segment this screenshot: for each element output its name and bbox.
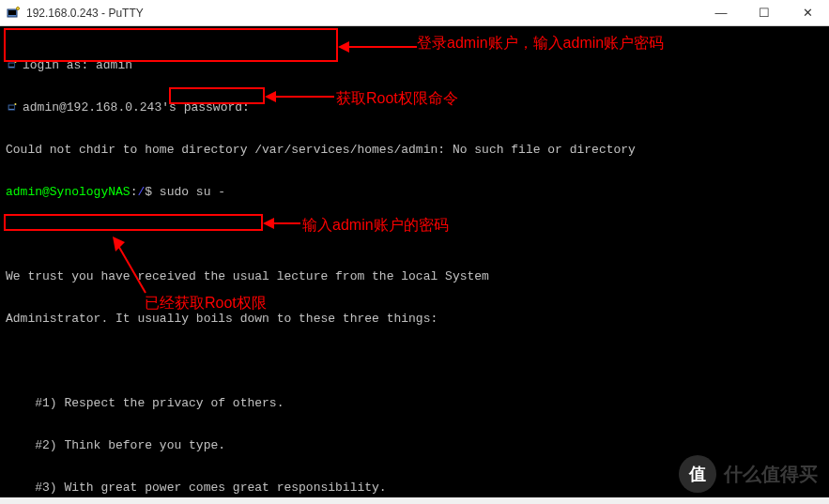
svg-rect-7 [9, 106, 15, 109]
window-titlebar: 192.168.0.243 - PuTTY — ☐ ✕ [0, 0, 829, 26]
putty-app-icon [6, 6, 21, 21]
password-prompt-user: admin@192.168.0.243's password: [23, 100, 250, 115]
lecture-rule-1: #1) Respect the privacy of others. [6, 396, 823, 410]
lecture-2: Administrator. It usually boils down to … [6, 312, 823, 326]
login-prompt: login as: [23, 58, 96, 72]
login-line: login as: admin [6, 58, 823, 72]
prompt1-user: admin@SynologyNAS [6, 185, 130, 199]
lecture-rule-2: #2) Think before you type. [6, 438, 823, 452]
watermark-text: 什么值得买 [724, 462, 818, 487]
svg-rect-1 [8, 10, 16, 15]
window-title: 192.168.0.243 - PuTTY [21, 7, 699, 20]
blank-line [6, 354, 823, 368]
sudo-command: sudo su - [160, 185, 225, 199]
chdir-error: Could not chdir to home directory /var/s… [6, 143, 823, 157]
annotation-text-1: 登录admin账户，输入admin账户密码 [417, 34, 664, 53]
close-button[interactable]: ✕ [786, 0, 829, 26]
annotation-text-2: 获取Root权限命令 [336, 89, 458, 109]
lecture-1: We trust you have received the usual lec… [6, 269, 823, 283]
maximize-button[interactable]: ☐ [743, 0, 786, 26]
svg-point-8 [14, 103, 16, 105]
minimize-button[interactable]: — [699, 0, 743, 26]
svg-point-5 [14, 61, 16, 63]
prompt-line-1: admin@SynologyNAS:/$ sudo su - [6, 185, 823, 199]
watermark: 值 什么值得买 [679, 455, 818, 493]
annotation-text-3: 输入admin账户的密码 [302, 216, 449, 236]
prompt1-dollar: $ [145, 185, 160, 199]
svg-rect-4 [9, 64, 15, 67]
annotation-text-4: 已经获取Root权限 [145, 294, 267, 313]
window-controls: — ☐ ✕ [699, 0, 829, 26]
login-user: admin [96, 58, 132, 72]
watermark-logo: 值 [679, 455, 716, 493]
svg-point-2 [17, 7, 20, 9]
